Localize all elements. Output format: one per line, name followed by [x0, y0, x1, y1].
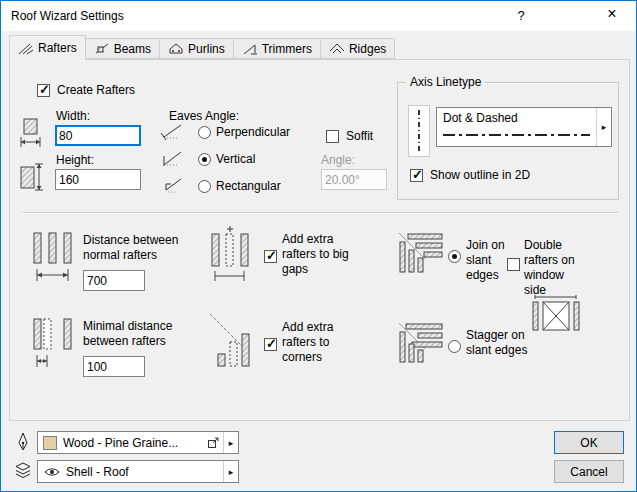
soffit-angle-label: Angle:: [321, 153, 355, 168]
tab-label: Ridges: [349, 42, 386, 56]
ok-button[interactable]: OK: [554, 431, 624, 454]
soffit-label: Soffit: [346, 129, 373, 144]
extra-rafters-corners-label: Add extra rafters to corners: [282, 320, 362, 365]
linetype-preview-line: [418, 110, 420, 152]
soffit-angle-input: [321, 169, 387, 190]
axis-linetype-arrow-strip[interactable]: ▸: [596, 108, 611, 146]
minimal-distance-input[interactable]: [83, 356, 145, 377]
double-rafters-window-checkbox[interactable]: [507, 258, 520, 271]
axis-linetype-value: Dot & Dashed: [443, 111, 590, 125]
width-input[interactable]: [55, 125, 141, 146]
surface-pen-icon: [15, 432, 31, 452]
tab-label: Trimmers: [262, 42, 312, 56]
extra-rafters-corners-icon: [208, 312, 252, 374]
linetype-preview: [408, 105, 430, 157]
tab-label: Purlins: [188, 42, 225, 56]
stagger-slant-edges-icon: [398, 322, 444, 364]
material-swatch: [43, 436, 57, 450]
roof-wizard-settings-dialog: Roof Wizard Settings ? × Rafters Beams P…: [0, 0, 637, 492]
join-slant-edges-icon: [398, 232, 444, 274]
eaves-rectangular-label: Rectangular: [216, 179, 281, 194]
extra-rafters-corners-checkbox[interactable]: [264, 338, 277, 351]
layers-icon: [14, 462, 32, 479]
window-title: Roof Wizard Settings: [11, 9, 124, 23]
material-combo[interactable]: Wood - Pine Graine... ▸: [37, 431, 239, 454]
rafters-panel: Create Rafters Width: Height: Eaves Angl…: [9, 59, 630, 421]
material-picker-icon[interactable]: [207, 436, 220, 449]
extra-rafters-big-gaps-checkbox[interactable]: [264, 250, 277, 263]
distance-normal-input[interactable]: [83, 270, 145, 291]
show-outline-checkbox[interactable]: [410, 169, 423, 182]
material-value: Wood - Pine Graine...: [63, 436, 207, 450]
tab-trimmers[interactable]: Trimmers: [234, 38, 321, 59]
axis-linetype-combo[interactable]: Dot & Dashed ▸: [436, 107, 612, 147]
show-outline-label: Show outline in 2D: [430, 168, 530, 183]
rafter-height-icon: [20, 162, 44, 192]
close-icon[interactable]: ×: [596, 5, 628, 23]
height-input[interactable]: [55, 169, 141, 190]
axis-linetype-combo-main: Dot & Dashed: [437, 108, 596, 146]
rafters-tab-icon: [18, 42, 34, 55]
purlins-tab-icon: [168, 42, 184, 55]
dropdown-arrow-icon: ▸: [602, 122, 607, 132]
eaves-perpendicular-radio[interactable]: [198, 126, 211, 139]
stagger-slant-edges-label: Stagger on slant edges: [466, 328, 544, 358]
trimmers-tab-icon: [242, 42, 258, 55]
cancel-button[interactable]: Cancel: [554, 460, 624, 483]
layer-combo[interactable]: Shell - Roof ▸: [37, 460, 239, 483]
layer-value: Shell - Roof: [66, 465, 223, 479]
create-rafters-label: Create Rafters: [57, 83, 135, 98]
section-divider: [22, 212, 619, 214]
width-label: Width:: [56, 109, 90, 124]
ridges-tab-icon: [329, 42, 345, 55]
tab-ridges[interactable]: Ridges: [321, 38, 395, 59]
eaves-rectangular-icon: [160, 176, 184, 194]
tab-purlins[interactable]: Purlins: [160, 38, 234, 59]
dropdown-arrow-icon: ▸: [229, 438, 234, 448]
eaves-vertical-radio[interactable]: [198, 153, 211, 166]
eaves-perpendicular-icon: [160, 122, 184, 140]
extra-rafters-big-gaps-label: Add extra rafters to big gaps: [282, 232, 362, 277]
extra-rafters-big-gaps-icon: [208, 225, 252, 287]
tab-label: Beams: [114, 42, 151, 56]
tab-beams[interactable]: Beams: [86, 38, 160, 59]
tab-rafters[interactable]: Rafters: [9, 35, 86, 60]
titlebar: Roof Wizard Settings ? ×: [1, 1, 636, 31]
eye-icon: [44, 467, 60, 477]
eaves-vertical-label: Vertical: [216, 152, 255, 167]
minimal-rafter-distance-icon: [28, 314, 76, 372]
material-arrow-strip[interactable]: ▸: [223, 432, 238, 453]
minimal-distance-label: Minimal distance between rafters: [83, 319, 195, 349]
eaves-vertical-icon: [160, 149, 184, 167]
normal-rafter-distance-icon: [28, 228, 76, 286]
eaves-perpendicular-label: Perpendicular: [216, 125, 290, 140]
dropdown-arrow-icon: ▸: [229, 467, 234, 477]
rafter-width-icon: [20, 118, 44, 148]
axis-linetype-group: Axis Linetype Dot & Dashed ▸ Show outlin…: [397, 82, 619, 200]
layer-arrow-strip[interactable]: ▸: [223, 461, 238, 482]
join-slant-edges-radio[interactable]: [448, 250, 461, 263]
tabstrip: Rafters Beams Purlins Trimmers Ridges: [9, 35, 395, 60]
axis-linetype-group-title: Axis Linetype: [406, 75, 485, 90]
eaves-rectangular-radio[interactable]: [198, 180, 211, 193]
stagger-slant-edges-radio[interactable]: [448, 340, 461, 353]
distance-normal-label: Distance between normal rafters: [83, 233, 195, 263]
dash-dot-pattern: [443, 134, 590, 136]
double-rafters-window-label: Double rafters on window side: [524, 238, 584, 298]
create-rafters-checkbox[interactable]: [37, 84, 50, 97]
height-label: Height:: [56, 153, 94, 168]
help-icon[interactable]: ?: [506, 8, 536, 23]
beams-tab-icon: [94, 42, 110, 55]
tab-label: Rafters: [38, 41, 77, 55]
soffit-checkbox[interactable]: [326, 130, 339, 143]
